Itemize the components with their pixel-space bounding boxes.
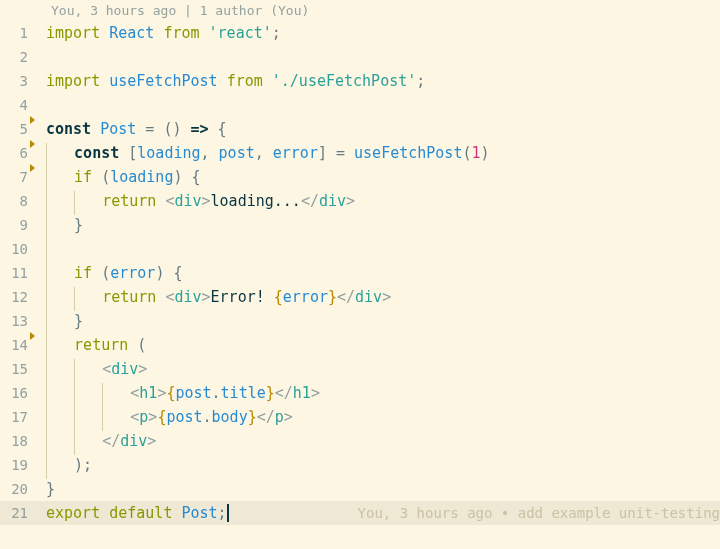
line-number: 13 xyxy=(0,309,32,333)
token-tagp: </ xyxy=(257,408,275,426)
code-content[interactable]: if (error) { xyxy=(46,261,720,285)
token-attr: title xyxy=(221,384,266,402)
token-plain xyxy=(128,336,137,354)
line-number: 15 xyxy=(0,357,32,381)
code-line[interactable]: 3import useFetchPost from './useFetchPos… xyxy=(0,69,720,93)
token-punc: ; xyxy=(218,504,227,522)
code-content[interactable]: <p>{post.body}</p> xyxy=(46,405,720,429)
token-plain xyxy=(181,120,190,138)
code-content[interactable]: import React from 'react'; xyxy=(46,21,720,45)
token-tagp: > xyxy=(202,288,211,306)
token-tagp: > xyxy=(138,360,147,378)
line-number: 19 xyxy=(0,453,32,477)
token-tagp: </ xyxy=(301,192,319,210)
code-line[interactable]: 10 xyxy=(0,237,720,261)
code-content[interactable]: const [loading, post, error] = useFetchP… xyxy=(46,141,720,165)
token-plain: loading... xyxy=(211,192,301,210)
token-punc: { xyxy=(173,264,182,282)
code-line[interactable]: 1import React from 'react'; xyxy=(0,21,720,45)
line-number: 14 xyxy=(0,333,32,357)
token-punc: , xyxy=(201,144,210,162)
code-content[interactable]: ); xyxy=(46,453,720,477)
token-kw: if xyxy=(74,264,92,282)
token-tagp: > xyxy=(284,408,293,426)
token-tag: p xyxy=(275,408,284,426)
code-content[interactable]: const Post = () => { xyxy=(46,117,720,141)
token-kw: return xyxy=(102,192,156,210)
token-punc: ; xyxy=(416,72,425,90)
token-punc: { xyxy=(218,120,227,138)
code-content[interactable]: return <div>Error! {error}</div> xyxy=(46,285,720,309)
code-line[interactable]: 8 return <div>loading...</div> xyxy=(0,189,720,213)
code-content[interactable]: } xyxy=(46,477,720,501)
line-number: 12 xyxy=(0,285,32,309)
token-attr: error xyxy=(110,264,155,282)
code-line[interactable]: 11 if (error) { xyxy=(0,261,720,285)
line-number: 10 xyxy=(0,237,32,261)
code-content[interactable]: if (loading) { xyxy=(46,165,720,189)
token-attr: post xyxy=(166,408,202,426)
token-tag: div xyxy=(174,192,201,210)
git-blame-header: You, 3 hours ago | 1 author (You) xyxy=(0,0,720,21)
token-kw: default xyxy=(109,504,172,522)
token-tag: div xyxy=(111,360,138,378)
code-line[interactable]: 6 const [loading, post, error] = useFetc… xyxy=(0,141,720,165)
code-content[interactable]: } xyxy=(46,213,720,237)
line-number: 8 xyxy=(0,189,32,213)
code-line[interactable]: 19 ); xyxy=(0,453,720,477)
code-line[interactable]: 17 <p>{post.body}</p> xyxy=(0,405,720,429)
code-line[interactable]: 4 xyxy=(0,93,720,117)
code-line[interactable]: 5const Post = () => { xyxy=(0,117,720,141)
code-line[interactable]: 9 } xyxy=(0,213,720,237)
token-tagp: > xyxy=(311,384,320,402)
code-line[interactable]: 20} xyxy=(0,477,720,501)
code-line[interactable]: 15 <div> xyxy=(0,357,720,381)
token-punc: [ xyxy=(128,144,137,162)
token-attr: loading xyxy=(110,168,173,186)
line-number: 20 xyxy=(0,477,32,501)
line-number: 9 xyxy=(0,213,32,237)
code-content[interactable]: export default Post;You, 3 hours ago • a… xyxy=(46,501,720,525)
token-plain xyxy=(92,168,101,186)
token-kw2: => xyxy=(191,120,209,138)
token-plain xyxy=(119,144,128,162)
token-fn: React xyxy=(109,24,154,42)
code-content[interactable]: return ( xyxy=(46,333,720,357)
code-line[interactable]: 12 return <div>Error! {error}</div> xyxy=(0,285,720,309)
token-punc: } xyxy=(74,216,83,234)
code-content[interactable]: </div> xyxy=(46,429,720,453)
token-kw: return xyxy=(74,336,128,354)
code-line[interactable]: 2 xyxy=(0,45,720,69)
code-line[interactable]: 16 <h1>{post.title}</h1> xyxy=(0,381,720,405)
code-line[interactable]: 18 </div> xyxy=(0,429,720,453)
code-line[interactable]: 14 return ( xyxy=(0,333,720,357)
line-number: 1 xyxy=(0,21,32,45)
code-editor[interactable]: You, 3 hours ago | 1 author (You) 1impor… xyxy=(0,0,720,525)
token-punc: ( xyxy=(101,168,110,186)
code-content[interactable]: <div> xyxy=(46,357,720,381)
code-line[interactable]: 21export default Post;You, 3 hours ago •… xyxy=(0,501,720,525)
token-fn: useFetchPost xyxy=(354,144,462,162)
code-content[interactable] xyxy=(46,237,720,261)
token-fn: useFetchPost xyxy=(109,72,217,90)
token-plain xyxy=(263,72,272,90)
code-line[interactable]: 13 } xyxy=(0,309,720,333)
code-content[interactable]: } xyxy=(46,309,720,333)
token-jsx: } xyxy=(328,288,337,306)
line-number: 4 xyxy=(0,93,32,117)
code-content[interactable]: <h1>{post.title}</h1> xyxy=(46,381,720,405)
code-content[interactable]: return <div>loading...</div> xyxy=(46,189,720,213)
token-kw: return xyxy=(102,288,156,306)
token-punc: = xyxy=(336,144,345,162)
token-tag: div xyxy=(174,288,201,306)
code-content[interactable]: import useFetchPost from './useFetchPost… xyxy=(46,69,720,93)
token-punc: ( xyxy=(101,264,110,282)
token-punc: ; xyxy=(272,24,281,42)
token-plain xyxy=(210,144,219,162)
token-tagp: > xyxy=(147,432,156,450)
token-attr: post xyxy=(175,384,211,402)
token-fn: Post xyxy=(181,504,217,522)
code-line[interactable]: 7 if (loading) { xyxy=(0,165,720,189)
token-attr: error xyxy=(283,288,328,306)
token-punc: { xyxy=(192,168,201,186)
